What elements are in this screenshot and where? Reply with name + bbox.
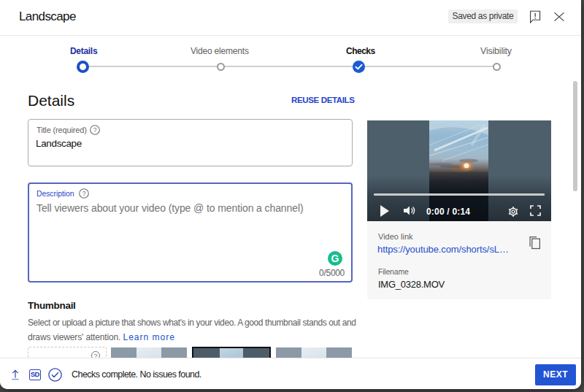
svg-text:?: ? (93, 126, 97, 134)
svg-text:?: ? (82, 190, 86, 197)
